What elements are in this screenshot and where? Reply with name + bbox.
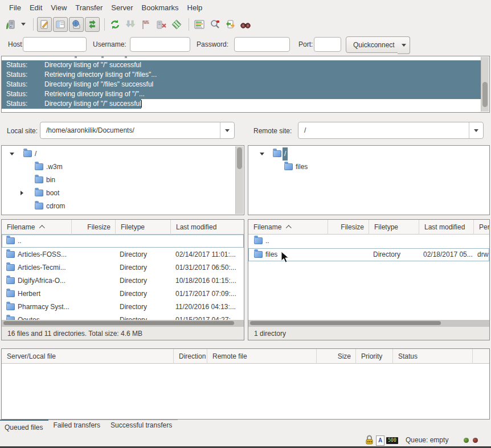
remote-site-dropdown[interactable]	[469, 122, 483, 138]
column-header-filesize[interactable]: Filesize	[72, 220, 116, 235]
column-header-filename[interactable]: Filename	[248, 220, 328, 235]
tab-successful-transfers[interactable]: Successful transfers	[106, 420, 178, 429]
synchronized-browsing-icon[interactable]	[208, 18, 222, 31]
column-header-priority[interactable]: Priority	[356, 349, 393, 364]
find-files-icon[interactable]	[239, 18, 252, 31]
menu-server[interactable]: Server	[111, 3, 133, 12]
column-header-permissions[interactable]: Per	[474, 220, 489, 235]
file-row[interactable]: Pharmacy Syst... Directory 11/20/2016 04…	[2, 301, 244, 314]
column-header-filename[interactable]: Filename	[2, 220, 72, 235]
username-input[interactable]	[130, 37, 190, 52]
log-line[interactable]: Status:Directory listing of "/" successf…	[2, 99, 482, 109]
remote-tree-toggle-icon[interactable]	[69, 17, 84, 32]
local-tree-toggle-icon[interactable]	[53, 17, 68, 32]
remote-list-header: Filename Filesize Filetype Last modified…	[248, 220, 489, 235]
file-row[interactable]: ..	[2, 235, 244, 248]
folder-icon	[35, 176, 43, 183]
tree-item[interactable]: bin	[2, 174, 244, 187]
expand-caret-icon[interactable]	[21, 191, 23, 195]
folder-icon	[6, 303, 15, 310]
password-input[interactable]	[234, 37, 290, 52]
column-header-remote-file[interactable]: Remote file	[207, 349, 317, 364]
file-row[interactable]: DigifyAfrica-O... Directory 10/18/2016 0…	[2, 274, 244, 287]
refresh-icon[interactable]	[108, 18, 122, 31]
log-line[interactable]: Status:Directory listing of "/files" suc…	[2, 80, 482, 89]
file-row[interactable]: Articles-Tecmi... Directory 01/31/2017 0…	[2, 261, 244, 274]
log-line[interactable]: Status:Retrieving directory listing of "…	[2, 70, 482, 80]
menu-help[interactable]: Help	[187, 3, 203, 12]
column-header-size[interactable]: Size	[317, 349, 356, 364]
local-path[interactable]: /home/aaronkilik/Documents/	[40, 122, 222, 138]
text-cursor	[141, 100, 142, 108]
local-list-header: Filename Filesize Filetype Last modified	[2, 220, 244, 235]
transfer-queue-toggle-icon[interactable]	[85, 17, 100, 32]
column-header-status[interactable]: Status	[393, 349, 473, 364]
scrollbar-thumb[interactable]	[250, 321, 441, 325]
tab-failed-transfers[interactable]: Failed transfers	[48, 420, 106, 429]
column-header-server-local-file[interactable]: Server/Local file	[2, 349, 174, 364]
status-bar: A 500 Queue: empty	[0, 433, 491, 446]
log-line[interactable]: Status:Retrieving directory listing of "…	[2, 89, 482, 99]
column-header-modified[interactable]: Last modified	[419, 220, 474, 235]
menu-file[interactable]: File	[9, 3, 21, 12]
quickconnect-dropdown[interactable]	[398, 36, 410, 54]
log-vertical-scrollbar[interactable]	[481, 57, 489, 112]
column-header-filetype[interactable]: Filetype	[369, 220, 419, 235]
quickconnect-button[interactable]: Quickconnect	[346, 36, 402, 53]
cancel-icon[interactable]	[139, 18, 153, 31]
remote-path[interactable]: /	[298, 122, 470, 138]
tree-item-root[interactable]: /	[2, 147, 244, 161]
file-row[interactable]: Qoutes Directory 01/15/2017 04:27:...	[2, 314, 244, 320]
log-message: Directory listing of "/files" successful	[44, 80, 153, 88]
folder-icon	[254, 237, 263, 244]
collapse-caret-icon[interactable]	[260, 153, 264, 155]
directory-comparison-icon[interactable]	[193, 18, 206, 31]
menu-view[interactable]: View	[51, 3, 67, 12]
local-horizontal-scrollbar[interactable]	[2, 320, 244, 326]
column-header-filetype[interactable]: Filetype	[116, 220, 171, 235]
column-header-modified[interactable]: Last modified	[171, 220, 244, 235]
scrollbar-thumb[interactable]	[237, 147, 242, 169]
menu-bookmarks[interactable]: Bookmarks	[142, 3, 179, 12]
scrollbar-thumb[interactable]	[482, 82, 488, 107]
remote-site-combo[interactable]: /	[298, 122, 484, 139]
column-header-empty[interactable]	[473, 349, 489, 364]
collapse-caret-icon[interactable]	[10, 153, 14, 155]
port-input[interactable]	[314, 37, 341, 52]
process-queue-icon[interactable]	[124, 18, 137, 31]
folder-icon	[6, 264, 15, 271]
folder-icon	[23, 150, 32, 157]
file-row[interactable]: Articles-FOSS... Directory 02/14/2017 11…	[2, 248, 244, 261]
column-header-direction[interactable]: Direction	[174, 349, 207, 364]
local-site-dropdown[interactable]	[220, 122, 234, 138]
remote-file-list: Filename Filesize Filetype Last modified…	[248, 219, 490, 340]
message-log[interactable]: Status:Directory listing of "/" successf…	[1, 56, 490, 113]
tree-item[interactable]: .w3m	[2, 161, 244, 174]
file-exists-action-icon[interactable]	[223, 18, 237, 31]
file-row[interactable]: ..	[248, 235, 489, 248]
tree-item-root-selected[interactable]: /	[248, 147, 489, 161]
message-log-toggle-icon[interactable]	[37, 17, 52, 32]
column-header-filesize[interactable]: Filesize	[328, 220, 369, 235]
tree-item[interactable]: cdrom	[2, 200, 244, 213]
site-manager-icon[interactable]	[3, 18, 17, 31]
toolbar	[0, 15, 491, 34]
local-tree-vertical-scrollbar[interactable]	[235, 146, 243, 214]
file-row[interactable]: Herbert Directory 01/17/2017 07:09:...	[2, 287, 244, 301]
menu-transfer[interactable]: Transfer	[75, 3, 103, 12]
local-site-combo[interactable]: /home/aaronkilik/Documents/	[40, 122, 235, 139]
scrollbar-thumb[interactable]	[3, 321, 234, 325]
host-input[interactable]	[23, 37, 87, 52]
local-file-list: Filename Filesize Filetype Last modified…	[1, 219, 244, 340]
tree-item[interactable]: boot	[2, 187, 244, 200]
folder-icon	[35, 190, 43, 196]
log-line[interactable]: Status:Directory listing of "/" successf…	[2, 60, 482, 70]
menu-edit[interactable]: Edit	[30, 3, 42, 12]
remote-horizontal-scrollbar[interactable]	[248, 320, 489, 326]
tree-item[interactable]: files	[248, 161, 489, 174]
disconnect-icon[interactable]	[154, 18, 168, 31]
site-manager-dropdown-icon[interactable]	[19, 18, 28, 31]
folder-icon	[6, 277, 15, 284]
tab-queued-files[interactable]: Queued files	[0, 420, 48, 431]
filter-icon[interactable]	[170, 18, 183, 31]
